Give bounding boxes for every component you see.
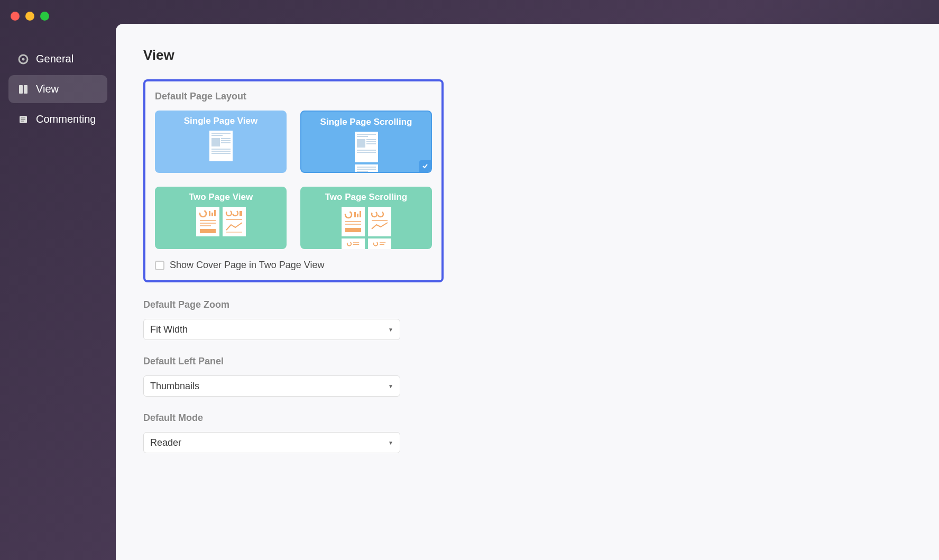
svg-point-21	[345, 212, 352, 218]
svg-rect-24	[360, 211, 361, 217]
sidebar-item-label: Commenting	[36, 113, 96, 125]
svg-rect-15	[200, 229, 216, 233]
sidebar-item-commenting[interactable]: Commenting	[8, 105, 107, 133]
select-value: Fit Width	[150, 324, 188, 335]
svg-point-34	[373, 242, 378, 246]
svg-point-16	[226, 210, 232, 216]
minimize-window-button[interactable]	[25, 12, 34, 21]
section-label: Default Page Layout	[155, 91, 432, 102]
svg-point-28	[372, 212, 377, 217]
default-page-layout-section: Default Page Layout Single Page View	[143, 79, 444, 282]
checkbox-icon[interactable]	[155, 261, 164, 270]
layout-icon	[18, 84, 29, 95]
default-mode-section: Default Mode Reader ▼	[143, 412, 400, 453]
layout-option-label: Two Page Scrolling	[325, 192, 408, 203]
section-label: Default Page Zoom	[143, 299, 400, 310]
sidebar-item-general[interactable]: General	[8, 45, 107, 73]
svg-rect-3	[24, 85, 27, 94]
svg-rect-9	[209, 211, 210, 216]
close-window-button[interactable]	[11, 12, 20, 21]
note-icon	[18, 114, 29, 125]
svg-point-31	[347, 242, 351, 246]
layout-option-label: Single Page View	[184, 116, 258, 126]
default-page-zoom-select[interactable]: Fit Width ▼	[143, 319, 400, 340]
section-label: Default Mode	[143, 412, 400, 424]
svg-rect-22	[354, 212, 356, 217]
doc-preview-icon	[196, 207, 246, 236]
window-traffic-lights	[0, 5, 939, 21]
sidebar-item-label: General	[36, 53, 73, 65]
page-title: View	[143, 47, 912, 63]
svg-point-8	[200, 210, 206, 217]
svg-rect-18	[240, 211, 242, 216]
maximize-window-button[interactable]	[40, 12, 49, 21]
doc-preview-icon	[209, 131, 233, 161]
svg-rect-23	[357, 214, 358, 217]
sidebar-item-view[interactable]: View	[8, 75, 107, 103]
layout-option-single-page-view[interactable]: Single Page View	[155, 111, 287, 173]
svg-rect-2	[19, 85, 23, 94]
svg-point-17	[233, 210, 238, 216]
select-value: Reader	[150, 437, 181, 448]
chevron-down-icon: ▼	[388, 440, 393, 446]
default-left-panel-select[interactable]: Thumbnails ▼	[143, 375, 400, 397]
show-cover-page-checkbox-row[interactable]: Show Cover Page in Two Page View	[155, 260, 432, 271]
circle-icon	[18, 54, 29, 65]
chevron-down-icon: ▼	[388, 327, 393, 333]
check-icon	[419, 160, 431, 172]
layout-option-single-page-scrolling[interactable]: Single Page Scrolling	[300, 111, 432, 173]
sidebar-item-label: View	[36, 83, 59, 95]
default-left-panel-section: Default Left Panel Thumbnails ▼	[143, 356, 400, 397]
checkbox-label: Show Cover Page in Two Page View	[170, 260, 325, 271]
doc-preview-icon	[342, 207, 391, 249]
section-label: Default Left Panel	[143, 356, 400, 367]
svg-point-29	[378, 212, 383, 217]
layout-option-label: Two Page View	[189, 192, 253, 203]
default-mode-select[interactable]: Reader ▼	[143, 432, 400, 453]
svg-rect-11	[214, 210, 216, 216]
svg-rect-10	[211, 213, 213, 216]
doc-preview-icon	[355, 132, 378, 173]
default-page-zoom-section: Default Page Zoom Fit Width ▼	[143, 299, 400, 340]
content-panel: View Default Page Layout Single Page Vie…	[116, 24, 939, 560]
svg-rect-27	[345, 228, 361, 232]
layout-option-two-page-view[interactable]: Two Page View	[155, 187, 287, 249]
select-value: Thumbnails	[150, 381, 199, 392]
chevron-down-icon: ▼	[388, 383, 393, 389]
sidebar: General View Commenting	[0, 21, 116, 560]
layout-option-label: Single Page Scrolling	[320, 117, 412, 127]
layout-option-two-page-scrolling[interactable]: Two Page Scrolling	[300, 187, 432, 249]
svg-point-1	[22, 58, 25, 60]
